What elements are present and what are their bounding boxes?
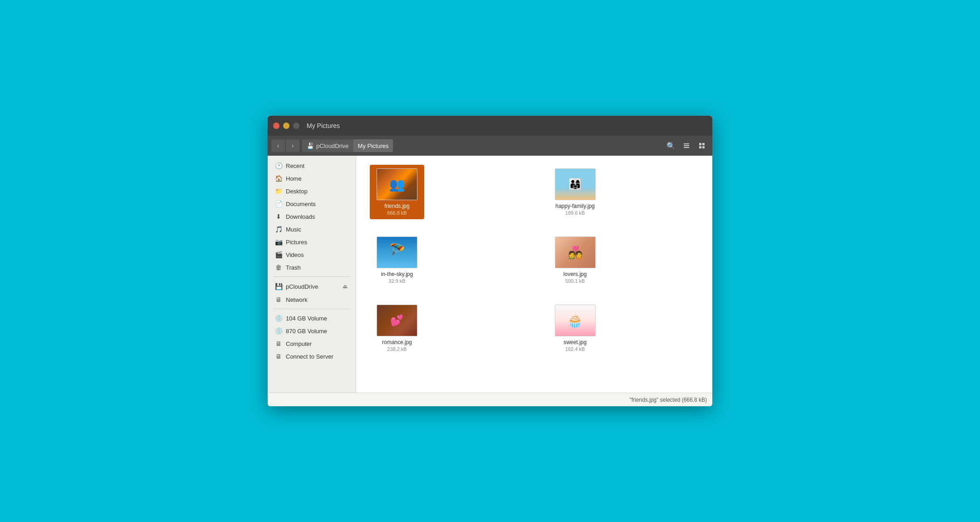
list-view-icon (683, 142, 690, 149)
romance-image (377, 305, 417, 336)
sidebar-label-music: Music (286, 226, 348, 233)
svg-rect-0 (684, 143, 689, 144)
list-view-button[interactable] (680, 139, 693, 152)
svg-rect-2 (684, 147, 689, 148)
breadcrumb-root-label: pCloudDrive (316, 143, 349, 149)
file-size-lovers: 500.1 kB (565, 278, 585, 284)
home-icon: 🏠 (275, 175, 282, 182)
sidebar-label-downloads: Downloads (286, 213, 348, 220)
lovers-image (555, 237, 595, 268)
sidebar-label-recent: Recent (286, 163, 348, 169)
file-name-sweet: sweet.jpg (564, 339, 587, 345)
network-icon: 🖥 (275, 296, 282, 303)
search-button[interactable]: 🔍 (664, 139, 678, 152)
sweet-image (555, 305, 595, 336)
sidebar-label-network: Network (286, 296, 348, 303)
file-size-sweet: 162.4 kB (565, 346, 585, 352)
file-item-in-the-sky[interactable]: in-the-sky.jpg 32.9 kB (370, 233, 424, 287)
file-item-romance[interactable]: romance.jpg 238.2 kB (370, 301, 424, 355)
svg-rect-1 (684, 145, 689, 146)
nav-buttons: ‹ › (271, 139, 299, 152)
sidebar-item-computer[interactable]: 🖥 Computer (268, 337, 356, 350)
sidebar-label-videos: Videos (286, 251, 348, 258)
computer-icon: 🖥 (275, 340, 282, 347)
file-name-happy-family: happy-family.jpg (555, 203, 594, 209)
eject-button[interactable]: ⏏ (342, 282, 348, 291)
friends-image (377, 169, 417, 200)
titlebar: My Pictures (268, 116, 712, 136)
close-button[interactable] (273, 123, 279, 129)
sidebar-label-connect: Connect to Server (286, 353, 348, 360)
maximize-button[interactable] (293, 123, 299, 129)
sidebar-label-vol870: 870 GB Volume (286, 328, 348, 335)
statusbar: "friends.jpg" selected (666.8 kB) (268, 393, 712, 406)
file-grid: friends.jpg 666.8 kB happy-family.jpg 18… (370, 165, 699, 355)
file-thumbnail-in-the-sky (377, 236, 417, 268)
sidebar-label-documents: Documents (286, 201, 348, 207)
downloads-icon: ⬇ (275, 213, 282, 220)
grid-view-icon (698, 142, 706, 149)
svg-rect-4 (702, 143, 705, 145)
sidebar-label-home: Home (286, 175, 348, 182)
drive-icon: 💾 (307, 143, 314, 149)
grid-view-button[interactable] (695, 139, 709, 152)
trash-icon: 🗑 (275, 264, 282, 271)
breadcrumb: 💾 pCloudDrive My Pictures (302, 139, 393, 152)
sidebar-item-network[interactable]: 🖥 Network (268, 293, 356, 306)
sidebar-item-home[interactable]: 🏠 Home (268, 172, 356, 185)
file-size-in-the-sky: 32.9 kB (388, 278, 405, 284)
toolbar: ‹ › 💾 pCloudDrive My Pictures 🔍 (268, 136, 712, 156)
sidebar-item-downloads[interactable]: ⬇ Downloads (268, 210, 356, 223)
sidebar-label-vol104: 104 GB Volume (286, 315, 348, 322)
sidebar-label-trash: Trash (286, 264, 348, 271)
file-size-friends: 666.8 kB (387, 210, 407, 216)
sidebar-label-computer: Computer (286, 340, 348, 347)
file-item-happy-family[interactable]: happy-family.jpg 189.6 kB (548, 165, 603, 219)
back-button[interactable]: ‹ (271, 139, 285, 152)
sidebar-label-pcloud: pCloudDrive (286, 283, 338, 290)
sidebar-item-vol870[interactable]: 💿 870 GB Volume (268, 325, 356, 337)
connect-icon: 🖥 (275, 353, 282, 360)
sidebar-item-trash[interactable]: 🗑 Trash (268, 261, 356, 274)
file-item-lovers[interactable]: lovers.jpg 500.1 kB (548, 233, 603, 287)
file-thumbnail-sweet (555, 305, 596, 336)
file-size-happy-family: 189.6 kB (565, 210, 585, 216)
sidebar-separator-1 (273, 276, 350, 277)
sidebar-item-vol104[interactable]: 💿 104 GB Volume (268, 312, 356, 325)
sidebar-item-desktop[interactable]: 📁 Desktop (268, 185, 356, 197)
file-thumbnail-romance (377, 305, 417, 336)
file-thumbnail-friends (377, 168, 417, 200)
sidebar-item-recent[interactable]: 🕐 Recent (268, 159, 356, 172)
breadcrumb-root[interactable]: 💾 pCloudDrive (302, 139, 353, 152)
pictures-icon: 📷 (275, 238, 282, 246)
pcloud-icon: 💾 (275, 283, 282, 290)
file-name-lovers: lovers.jpg (564, 271, 587, 277)
file-area: friends.jpg 666.8 kB happy-family.jpg 18… (356, 156, 712, 393)
breadcrumb-current: My Pictures (353, 139, 393, 152)
file-size-romance: 238.2 kB (387, 346, 407, 352)
sidebar-item-videos[interactable]: 🎬 Videos (268, 248, 356, 261)
toolbar-actions: 🔍 (664, 139, 709, 152)
file-item-sweet[interactable]: sweet.jpg 162.4 kB (548, 301, 603, 355)
sidebar-item-connect[interactable]: 🖥 Connect to Server (268, 350, 356, 363)
happy-family-image (555, 169, 595, 200)
file-item-friends[interactable]: friends.jpg 666.8 kB (370, 165, 424, 219)
minimize-button[interactable] (283, 123, 289, 129)
sidebar-item-pictures[interactable]: 📷 Pictures (268, 236, 356, 248)
vol870-icon: 💿 (275, 327, 282, 335)
sidebar-label-pictures: Pictures (286, 239, 348, 246)
window-title: My Pictures (307, 122, 340, 129)
sidebar-item-documents[interactable]: 📄 Documents (268, 197, 356, 210)
svg-rect-6 (702, 146, 705, 148)
sidebar-item-pcloud[interactable]: 💾 pCloudDrive ⏏ (268, 280, 356, 293)
file-name-in-the-sky: in-the-sky.jpg (381, 271, 413, 277)
forward-button[interactable]: › (286, 139, 299, 152)
file-thumbnail-happy-family (555, 168, 596, 200)
svg-rect-5 (699, 146, 701, 148)
desktop-icon: 📁 (275, 187, 282, 195)
vol104-icon: 💿 (275, 315, 282, 322)
videos-icon: 🎬 (275, 251, 282, 258)
sidebar-item-music[interactable]: 🎵 Music (268, 223, 356, 236)
main-content: 🕐 Recent 🏠 Home 📁 Desktop 📄 Documents ⬇ … (268, 156, 712, 393)
svg-rect-3 (699, 143, 701, 145)
